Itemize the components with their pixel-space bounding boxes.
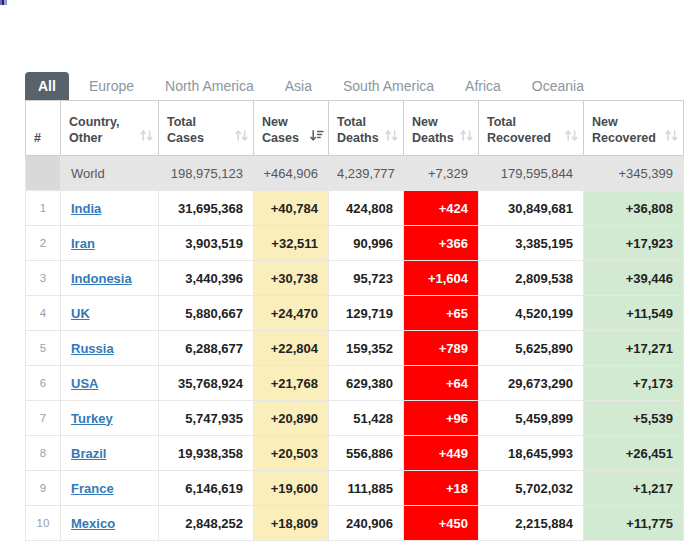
country-link[interactable]: Mexico: [71, 516, 115, 531]
rank-cell: [26, 156, 61, 191]
new-cases-cell: +20,503: [254, 436, 329, 471]
total-deaths-cell: 424,808: [329, 191, 404, 226]
country-cell: UK: [61, 296, 159, 331]
rank-cell: 3: [26, 261, 61, 296]
column-label-line: Total: [487, 114, 577, 130]
new-deaths-cell: +450: [404, 506, 479, 541]
total-cases-cell: 5,747,935: [159, 401, 254, 436]
tab-oceania[interactable]: Oceania: [521, 72, 595, 100]
tab-europe[interactable]: Europe: [78, 72, 145, 100]
new-recovered-cell: +39,446: [584, 261, 684, 296]
new-recovered-cell: +11,775: [584, 506, 684, 541]
tab-africa[interactable]: Africa: [454, 72, 512, 100]
country-cell: Mexico: [61, 506, 159, 541]
country-link[interactable]: USA: [71, 376, 98, 391]
country-link[interactable]: Iran: [71, 236, 95, 251]
rank-cell: 5: [26, 331, 61, 366]
column-header-total-deaths[interactable]: TotalDeaths: [329, 101, 404, 156]
tab-all[interactable]: All: [25, 72, 69, 100]
column-header-new-recovered[interactable]: NewRecovered: [584, 101, 684, 156]
new-deaths-cell: +96: [404, 401, 479, 436]
table-row: 2Iran3,903,519+32,51190,996+3663,385,195…: [26, 226, 684, 261]
table-row: 1India31,695,368+40,784424,808+42430,849…: [26, 191, 684, 226]
total-recovered-cell: 5,459,899: [479, 401, 584, 436]
total-deaths-cell: 51,428: [329, 401, 404, 436]
tab-south-america[interactable]: South America: [332, 72, 445, 100]
table-body: World198,975,123+464,9064,239,777+7,3291…: [26, 156, 684, 541]
country-link[interactable]: Brazil: [71, 446, 106, 461]
table-row: 10Mexico2,848,252+18,809240,906+4502,215…: [26, 506, 684, 541]
new-deaths-cell: +65: [404, 296, 479, 331]
total-recovered-cell: 3,385,195: [479, 226, 584, 261]
new-deaths-cell: +7,329: [404, 156, 479, 191]
country-cell: Indonesia: [61, 261, 159, 296]
new-cases-cell: +22,804: [254, 331, 329, 366]
rank-cell: 2: [26, 226, 61, 261]
total-deaths-cell: 556,886: [329, 436, 404, 471]
country-link[interactable]: Indonesia: [71, 271, 132, 286]
country-cell: Russia: [61, 331, 159, 366]
sort-up-down-icon: [459, 129, 474, 146]
covid-stats-table: #Country,OtherTotalCasesNewCasesTotalDea…: [25, 100, 684, 541]
country-cell: Iran: [61, 226, 159, 261]
total-deaths-cell: 159,352: [329, 331, 404, 366]
rank-cell: 7: [26, 401, 61, 436]
table-row: 6USA35,768,924+21,768629,380+6429,673,29…: [26, 366, 684, 401]
sort-up-down-icon: [384, 129, 399, 146]
column-header-new-cases[interactable]: NewCases: [254, 101, 329, 156]
worldometer-page: { "tabs": { "items": [ {"id":"all","labe…: [0, 0, 690, 548]
rank-cell: 6: [26, 366, 61, 401]
country-cell: India: [61, 191, 159, 226]
total-recovered-cell: 2,215,884: [479, 506, 584, 541]
total-deaths-cell: 240,906: [329, 506, 404, 541]
total-recovered-cell: 4,520,199: [479, 296, 584, 331]
total-recovered-cell: 29,673,290: [479, 366, 584, 401]
table-row: 7Turkey5,747,935+20,89051,428+965,459,89…: [26, 401, 684, 436]
column-label-line: Total: [337, 114, 397, 130]
country-cell: USA: [61, 366, 159, 401]
column-label-line: Total: [167, 114, 247, 130]
total-recovered-cell: 5,702,032: [479, 471, 584, 506]
new-cases-cell: +20,890: [254, 401, 329, 436]
country-link[interactable]: UK: [71, 306, 90, 321]
column-header-country[interactable]: Country,Other: [61, 101, 159, 156]
country-cell: France: [61, 471, 159, 506]
total-deaths-cell: 129,719: [329, 296, 404, 331]
new-recovered-cell: +345,399: [584, 156, 684, 191]
new-recovered-cell: +17,271: [584, 331, 684, 366]
column-label-line: New: [262, 114, 322, 130]
total-cases-cell: 2,848,252: [159, 506, 254, 541]
new-cases-cell: +32,511: [254, 226, 329, 261]
new-recovered-cell: +7,173: [584, 366, 684, 401]
column-label-line: #: [34, 130, 54, 146]
country-link[interactable]: India: [71, 201, 101, 216]
total-cases-cell: 3,440,396: [159, 261, 254, 296]
column-header-total-cases[interactable]: TotalCases: [159, 101, 254, 156]
new-cases-cell: +21,768: [254, 366, 329, 401]
country-cell: Turkey: [61, 401, 159, 436]
new-cases-cell: +19,600: [254, 471, 329, 506]
new-recovered-cell: +1,217: [584, 471, 684, 506]
total-recovered-cell: 18,645,993: [479, 436, 584, 471]
table-row: 4UK5,880,667+24,470129,719+654,520,199+1…: [26, 296, 684, 331]
country-link[interactable]: Russia: [71, 341, 114, 356]
tab-asia[interactable]: Asia: [274, 72, 323, 100]
total-recovered-cell: 179,595,844: [479, 156, 584, 191]
new-recovered-cell: +26,451: [584, 436, 684, 471]
new-deaths-cell: +366: [404, 226, 479, 261]
new-deaths-cell: +64: [404, 366, 479, 401]
tab-north-america[interactable]: North America: [154, 72, 265, 100]
total-cases-cell: 3,903,519: [159, 226, 254, 261]
column-header-new-deaths[interactable]: NewDeaths: [404, 101, 479, 156]
new-cases-cell: +24,470: [254, 296, 329, 331]
country-link[interactable]: France: [71, 481, 114, 496]
total-cases-cell: 198,975,123: [159, 156, 254, 191]
country-cell: World: [61, 156, 159, 191]
total-deaths-cell: 629,380: [329, 366, 404, 401]
country-cell: Brazil: [61, 436, 159, 471]
country-link[interactable]: Turkey: [71, 411, 113, 426]
rank-cell: 1: [26, 191, 61, 226]
table-row: 8Brazil19,938,358+20,503556,886+44918,64…: [26, 436, 684, 471]
column-label-line: Country,: [69, 114, 152, 130]
column-header-total-recovered[interactable]: TotalRecovered: [479, 101, 584, 156]
